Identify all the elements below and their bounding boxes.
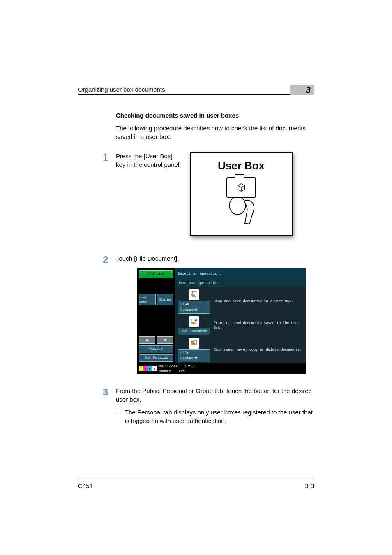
step-2: 2 Touch [File Document]. Job List Select… [78,254,314,374]
use-document-button[interactable]: Use Document [178,328,210,335]
toner-c: C [148,366,152,371]
status-button[interactable]: Status [157,294,174,305]
scroll-down-button[interactable] [157,336,173,344]
chapter-number-badge: 3 [290,85,314,95]
step-3-bullet-text: The Personal tab displays only user boxe… [125,408,314,425]
running-title: Organizing user box documents [78,86,165,93]
cube-icon [237,183,246,192]
section-title: Checking documents saved in user boxes [116,112,314,119]
scroll-up-button[interactable] [139,336,155,344]
svg-rect-5 [194,340,197,344]
step-3: 3 From the Public, Personal or Group tab… [78,386,314,425]
file-document-button[interactable]: File Document [178,349,210,362]
step-1-number: 1 [78,152,116,236]
user-name-button[interactable]: User Name [139,294,156,305]
arrow-down-icon [163,338,167,342]
user-box-operations-header: User Box Operations [175,280,306,287]
memory-label: Memory [159,369,171,372]
footer-model: C451 [78,482,93,489]
step-1-text: Press the [User Box] key in the control … [116,152,182,236]
save-document-icon [189,289,199,300]
step-2-text: Touch [File Document]. [116,254,314,263]
toner-indicators: Y M C K [139,366,157,371]
file-document-icon [189,338,199,349]
status-time: 18:23 [184,364,194,368]
use-document-icon [189,316,199,327]
toner-y: Y [139,366,143,371]
step-3-number: 3 [78,386,116,425]
arrow-up-icon [145,338,149,342]
dash-bullet: – [116,408,125,425]
page-footer: C451 3-3 [78,479,314,489]
job-details-button[interactable]: Job Details [139,354,173,362]
user-box-keycap [226,177,256,198]
toner-k: K [152,366,157,371]
user-box-key-figure: User Box [190,152,293,236]
chapter-badge-wrap: 3 [290,82,314,93]
svg-rect-3 [192,322,195,324]
finger-press-icon [223,194,260,231]
section-intro: The following procedure describes how to… [116,124,314,141]
page-header: Organizing user box documents 3 [78,82,314,95]
step-3-text: From the Public, Personal or Group tab, … [116,386,314,404]
save-document-button[interactable]: Save Document [178,301,210,314]
delete-button[interactable]: Delete [139,345,173,353]
touchscreen-figure: Job List Select an operation. User Name … [137,268,306,374]
save-document-desc: Scan and save documents in a User Box. [214,299,293,304]
step-1: 1 Press the [User Box] key in the contro… [78,152,314,236]
svg-point-0 [229,197,246,215]
memory-value: 99% [179,369,184,372]
user-box-key-label: User Box [191,158,292,173]
toner-m: M [143,366,148,371]
job-list-button[interactable]: Job List [139,270,173,278]
step-2-number: 2 [78,254,116,374]
document-page: Organizing user box documents 3 Checking… [0,0,392,555]
use-document-desc: Print or send documents saved in the Use… [214,321,303,331]
step-3-subbullet: – The Personal tab displays only user bo… [116,408,314,425]
status-date: 04/11/2007 [159,364,179,368]
file-document-desc: Edit name, move, copy or delete document… [214,348,302,353]
operation-prompt: Select an operation. [175,268,306,280]
footer-page-number: 3-3 [305,482,314,489]
